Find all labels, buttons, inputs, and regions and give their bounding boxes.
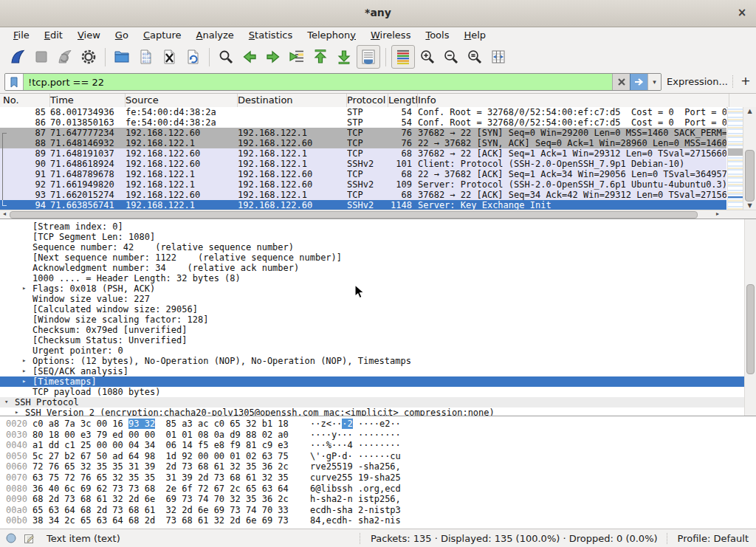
collapsed-arrow-icon[interactable]: ▸ — [22, 377, 26, 385]
scroll-left-icon[interactable]: ◂ — [0, 210, 9, 219]
collapsed-arrow-icon[interactable]: ▸ — [15, 408, 18, 416]
menu-analyze[interactable]: Analyze — [189, 28, 241, 43]
packet-row-90[interactable]: 9071.648618924192.168.122.60192.168.122.… — [0, 159, 726, 169]
packet-row-93[interactable]: 9371.662015274192.168.122.60192.168.122.… — [0, 190, 726, 200]
capture-comment-icon[interactable] — [24, 533, 35, 544]
go-forward-button[interactable] — [262, 46, 284, 68]
menu-file[interactable]: File — [6, 28, 37, 43]
detail-line[interactable]: Window size value: 227 — [0, 294, 744, 304]
packet-list-horizontal-scrollbar[interactable]: ◂ ▸ — [0, 210, 756, 219]
collapsed-arrow-icon[interactable]: ▸ — [22, 284, 26, 292]
packet-row-85[interactable]: 8568.001734936fe:54:00:d4:38:2aSTP54Conf… — [0, 107, 726, 117]
collapsed-arrow-icon[interactable]: ▸ — [22, 367, 26, 374]
column-header-source[interactable]: Source — [123, 94, 238, 107]
packet-row-89[interactable]: 8971.648191037192.168.122.60192.168.122.… — [0, 148, 726, 159]
go-first-button[interactable] — [309, 46, 331, 68]
auto-scroll-button[interactable] — [357, 45, 380, 69]
hex-row-0090[interactable]: 009068 2d 73 68 61 32 2d 6e 69 73 74 70 … — [0, 494, 756, 505]
packet-row-94[interactable]: 9471.663856741192.168.122.1192.168.122.6… — [0, 200, 726, 210]
zoom-out-button[interactable] — [440, 46, 462, 68]
detail-line[interactable]: [Next sequence number: 1122 (relative se… — [0, 252, 744, 263]
column-header-destination[interactable]: Destination — [235, 94, 347, 107]
add-filter-button[interactable]: + — [739, 74, 752, 88]
column-header-time[interactable]: Time — [47, 94, 126, 107]
collapsed-arrow-icon[interactable]: ▸ — [22, 357, 26, 364]
zoom-in-button[interactable] — [416, 46, 439, 68]
detail-line[interactable]: Checksum: 0x79ed [unverified] — [0, 325, 744, 335]
go-last-button[interactable] — [333, 46, 355, 68]
packet-row-91[interactable]: 9171.648789678192.168.122.1192.168.122.6… — [0, 169, 726, 179]
expert-info-icon[interactable] — [6, 533, 16, 543]
detail-line[interactable]: 1000 .... = Header Length: 32 bytes (8) — [0, 273, 744, 283]
display-filter-input[interactable] — [24, 74, 612, 90]
hex-row-0070[interactable]: 007063 75 72 76 65 32 35 35 31 39 2d 73 … — [0, 472, 756, 484]
detail-line[interactable]: ▸Flags: 0x018 (PSH, ACK) — [0, 283, 744, 294]
go-to-packet-button[interactable] — [286, 46, 308, 68]
capture-options-button[interactable] — [78, 46, 100, 68]
column-header-info[interactable]: Info — [415, 94, 729, 107]
column-header-no[interactable]: No. — [0, 94, 50, 107]
filter-bookmark-button[interactable] — [5, 74, 24, 90]
colorize-button[interactable] — [391, 45, 415, 69]
go-back-button[interactable] — [238, 46, 261, 68]
detail-line[interactable]: [Checksum Status: Unverified] — [0, 335, 744, 345]
save-file-button[interactable]: 010101100111 — [134, 46, 157, 68]
detail-line[interactable]: ▸[Timestamps] — [0, 376, 744, 387]
filter-history-dropdown[interactable]: ▾ — [647, 74, 661, 90]
scrollbar-thumb[interactable] — [745, 150, 755, 202]
packet-list-vertical-scrollbar[interactable]: ▲ ▼ — [743, 107, 756, 210]
menu-edit[interactable]: Edit — [37, 28, 70, 43]
open-file-button[interactable] — [111, 46, 133, 68]
detail-line[interactable]: [Window size scaling factor: 128] — [0, 314, 744, 325]
menu-telephony[interactable]: Telephony — [300, 28, 363, 43]
menu-go[interactable]: Go — [108, 28, 136, 43]
reload-file-button[interactable] — [182, 46, 204, 68]
scroll-right-icon[interactable]: ▸ — [713, 210, 722, 219]
hex-row-0030[interactable]: 003080 18 00 e3 79 ed 00 00 01 01 08 0a … — [0, 430, 756, 441]
detail-line[interactable]: [Stream index: 0] — [0, 221, 744, 232]
hex-row-0040[interactable]: 0040a1 dd c1 25 00 00 04 34 06 14 f5 e8 … — [0, 440, 756, 451]
hex-row-0060[interactable]: 006072 76 65 32 35 35 31 39 2d 73 68 61 … — [0, 461, 756, 472]
hex-row-00b0[interactable]: 00b038 34 2c 65 63 64 68 2d 73 68 61 32 … — [0, 515, 756, 526]
hex-row-0020[interactable]: 0020c0 a8 7a 3c 00 16 93 32 85 a3 ac c0 … — [0, 419, 756, 430]
menu-wireless[interactable]: Wireless — [363, 28, 418, 43]
zoom-reset-button[interactable] — [464, 46, 486, 68]
close-window-button[interactable]: × — [735, 6, 749, 21]
detail-line[interactable]: ▸[SEQ/ACK analysis] — [0, 366, 744, 376]
hex-row-0080[interactable]: 008036 40 6c 69 62 73 73 68 2e 6f 72 67 … — [0, 484, 756, 495]
start-capture-button[interactable] — [7, 46, 29, 68]
detail-line[interactable]: [Calculated window size: 29056] — [0, 304, 744, 314]
close-file-button[interactable] — [158, 46, 180, 68]
stop-capture-button[interactable] — [30, 46, 52, 68]
column-header-length[interactable]: Length — [385, 94, 418, 107]
menu-statistics[interactable]: Statistics — [241, 28, 300, 43]
scrollbar-thumb[interactable] — [10, 211, 698, 219]
detail-line[interactable]: Acknowledgment number: 34 (relative ack … — [0, 263, 744, 273]
menu-view[interactable]: View — [70, 28, 108, 43]
column-header-protocol[interactable]: Protocol — [344, 94, 388, 107]
packet-row-92[interactable]: 9271.661949820192.168.122.1192.168.122.6… — [0, 179, 726, 190]
detail-line[interactable]: Sequence number: 42 (relative sequence n… — [0, 242, 744, 252]
detail-line[interactable]: [TCP Segment Len: 1080] — [0, 232, 744, 242]
detail-vertical-scrollbar[interactable] — [744, 219, 756, 416]
expression-button[interactable]: Expression... — [667, 76, 728, 87]
find-packet-button[interactable] — [215, 46, 237, 68]
packet-row-88[interactable]: 8871.648146932192.168.122.1192.168.122.6… — [0, 138, 726, 148]
scroll-up-icon[interactable]: ▲ — [743, 107, 756, 116]
detail-line[interactable]: ▸Options: (12 bytes), No-Operation (NOP)… — [0, 356, 744, 366]
packet-row-87[interactable]: 8771.647777234192.168.122.60192.168.122.… — [0, 128, 726, 138]
hex-row-0050[interactable]: 00505c 27 b2 67 50 ad 64 98 1d 92 00 00 … — [0, 451, 756, 462]
expanded-arrow-icon[interactable]: ▾ — [4, 398, 8, 405]
profile-selector[interactable]: Profile: Default — [667, 533, 756, 544]
detail-line[interactable]: Urgent pointer: 0 — [0, 345, 744, 356]
menu-tools[interactable]: Tools — [418, 28, 456, 43]
packet-row-86[interactable]: 8670.013850163fe:54:00:d4:38:2aSTP54Conf… — [0, 117, 726, 128]
filter-clear-button[interactable] — [612, 74, 630, 90]
menu-help[interactable]: Help — [456, 28, 493, 43]
menu-capture[interactable]: Capture — [136, 28, 189, 43]
detail-line[interactable]: TCP payload (1080 bytes) — [0, 387, 744, 397]
hex-row-00a0[interactable]: 00a065 63 64 68 2d 73 68 61 32 2d 6e 69 … — [0, 505, 756, 516]
detail-line[interactable]: ▾SSH Protocol — [0, 397, 744, 407]
filter-apply-button[interactable] — [630, 74, 647, 90]
scrollbar-thumb[interactable] — [746, 284, 755, 374]
